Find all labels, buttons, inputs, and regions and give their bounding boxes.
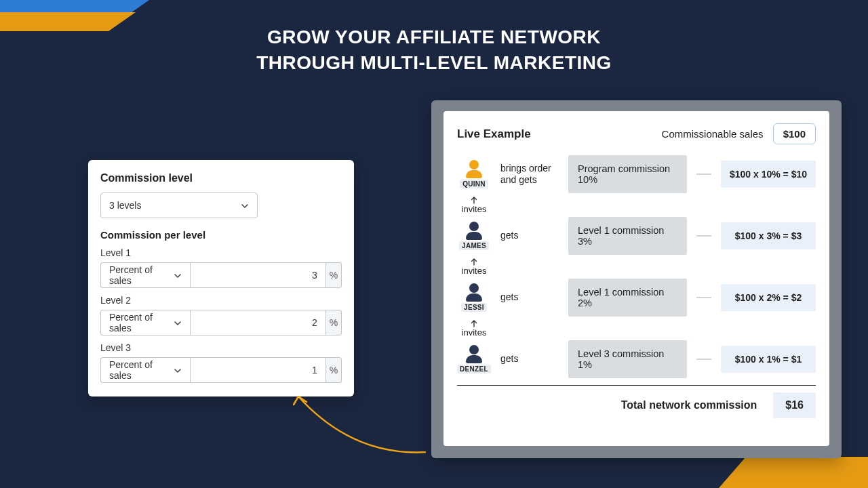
commission-level-value: 3 levels	[109, 200, 141, 211]
example-row: JESSIgetsLevel 1 commission 2%$100 x 2% …	[457, 279, 816, 317]
invites-connector: invites	[457, 318, 491, 338]
commission-label: Level 1 commission 2%	[568, 279, 687, 317]
avatar-icon	[465, 283, 484, 302]
svg-marker-3	[719, 457, 868, 488]
arrow-up-icon	[470, 195, 478, 203]
commission-level-title: Commission level	[100, 172, 342, 184]
page-heading: GROW YOUR AFFILIATE NETWORK THROUGH MULT…	[0, 24, 868, 76]
commission-type-value: Percent of sales	[109, 312, 174, 333]
total-label: Total network commission	[621, 399, 757, 411]
calculation-value: $100 x 1% = $1	[721, 346, 816, 373]
level-row: Percent of sales%	[100, 262, 342, 288]
example-row: QUINNbrings order and getsProgram commis…	[457, 155, 816, 193]
commissionable-sales-amount: $100	[773, 123, 816, 144]
action-text: gets	[500, 230, 559, 242]
commission-value-input[interactable]	[190, 310, 326, 336]
commission-label: Level 1 commission 3%	[568, 217, 687, 255]
link-line	[696, 297, 711, 298]
invites-label: invites	[462, 327, 487, 338]
example-row: DENZELgetsLevel 3 commission 1%$100 x 1%…	[457, 340, 816, 378]
level-label: Level 2	[100, 295, 342, 306]
commission-label: Level 3 commission 1%	[568, 340, 687, 378]
level-row: Percent of sales%	[100, 357, 342, 383]
total-value: $16	[773, 392, 816, 418]
action-text: brings order and gets	[500, 163, 559, 186]
commission-value-input[interactable]	[190, 262, 326, 288]
person-name: QUINN	[460, 180, 488, 188]
heading-line-2: THROUGH MULTI-LEVEL MARKETING	[0, 50, 868, 76]
commissionable-sales-label: Commissionable sales	[662, 128, 764, 140]
avatar-icon	[465, 345, 484, 363]
chevron-down-icon	[241, 201, 249, 209]
level-label: Level 1	[100, 247, 342, 258]
heading-line-1: GROW YOUR AFFILIATE NETWORK	[0, 24, 868, 50]
action-text: gets	[500, 353, 559, 365]
link-line	[696, 359, 711, 360]
arrow-up-icon	[470, 318, 478, 326]
chevron-down-icon	[174, 366, 182, 374]
invites-label: invites	[462, 266, 487, 276]
example-row: JAMESgetsLevel 1 commission 3%$100 x 3% …	[457, 217, 816, 255]
avatar-icon	[465, 160, 484, 178]
commission-type-select[interactable]: Percent of sales	[100, 357, 190, 383]
unit-label: %	[326, 310, 342, 336]
person: DENZEL	[457, 345, 491, 373]
commission-type-select[interactable]: Percent of sales	[100, 310, 190, 336]
invites-connector: invites	[457, 195, 491, 214]
live-example-container: Live Example Commissionable sales $100 Q…	[431, 100, 842, 458]
level-label: Level 3	[100, 342, 342, 353]
action-text: gets	[500, 291, 559, 304]
avatar-icon	[465, 222, 484, 240]
live-example-title: Live Example	[457, 127, 531, 141]
person: QUINN	[457, 160, 491, 188]
calculation-value: $100 x 3% = $3	[721, 222, 816, 249]
total-row: Total network commission $16	[457, 392, 816, 418]
person-name: JAMES	[459, 241, 489, 250]
person: JESSI	[457, 283, 491, 312]
commission-label: Program commission 10%	[568, 155, 687, 193]
unit-label: %	[326, 357, 342, 383]
commission-type-select[interactable]: Percent of sales	[100, 262, 190, 288]
arrow-up-icon	[470, 256, 478, 264]
invites-connector: invites	[457, 256, 491, 276]
commission-type-value: Percent of sales	[109, 264, 174, 286]
invites-label: invites	[462, 204, 487, 214]
commission-config-panel: Commission level 3 levels Commission per…	[88, 160, 354, 396]
unit-label: %	[326, 262, 342, 288]
divider	[457, 385, 816, 386]
commission-value-input[interactable]	[190, 357, 326, 383]
link-line	[696, 235, 711, 237]
link-line	[696, 174, 711, 175]
person-name: JESSI	[461, 303, 487, 312]
commission-type-value: Percent of sales	[109, 359, 174, 381]
chevron-down-icon	[174, 271, 182, 279]
calculation-value: $100 x 2% = $2	[721, 284, 816, 311]
calculation-value: $100 x 10% = $10	[721, 161, 816, 188]
person: JAMES	[457, 222, 491, 250]
commission-level-select[interactable]: 3 levels	[100, 192, 258, 218]
live-example-panel: Live Example Commissionable sales $100 Q…	[443, 111, 829, 446]
chevron-down-icon	[174, 319, 182, 327]
level-row: Percent of sales%	[100, 310, 342, 336]
commission-per-level-title: Commission per level	[100, 229, 342, 241]
person-name: DENZEL	[457, 365, 491, 373]
